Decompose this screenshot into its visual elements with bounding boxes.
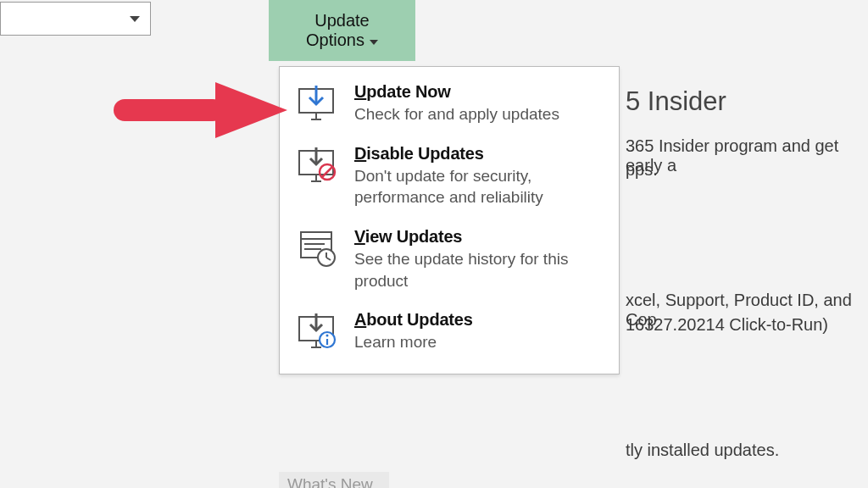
menu-item-about-updates[interactable]: About Updates Learn more [280, 303, 619, 365]
annotation-arrow [114, 82, 287, 138]
whats-new-button[interactable]: What's New [279, 472, 389, 488]
about-line-partial-b: 16327.20214 Click-to-Run) [626, 315, 828, 335]
download-disabled-icon [295, 144, 339, 186]
installed-updates-partial: tly installed updates. [626, 441, 779, 460]
insider-desc-partial-a: 365 Insider program and get early a [626, 136, 868, 175]
svg-marker-25 [215, 82, 287, 138]
menu-item-desc: Check for and apply updates [354, 103, 604, 125]
menu-item-title: Update Now [354, 82, 604, 102]
menu-item-desc: Learn more [354, 331, 604, 353]
chevron-down-icon [130, 16, 140, 22]
menu-item-title: About Updates [354, 310, 604, 330]
update-options-label-line1: Update [314, 11, 370, 30]
update-options-menu: Update Now Check for and apply updates D… [279, 66, 620, 374]
history-list-icon [295, 227, 339, 269]
chevron-down-icon [370, 40, 378, 45]
svg-rect-24 [114, 99, 224, 121]
menu-item-desc: See the update history for this product [354, 248, 604, 291]
whats-new-label: What's New [287, 475, 373, 488]
update-options-label-line2: Options [306, 30, 364, 50]
download-info-icon [295, 310, 339, 352]
menu-item-title: View Updates [354, 227, 604, 247]
update-options-button[interactable]: Update Options [269, 0, 415, 61]
menu-item-desc: Don't update for security, performance a… [354, 165, 604, 208]
menu-item-title: Disable Updates [354, 144, 604, 164]
svg-point-22 [326, 335, 329, 337]
menu-item-view-updates[interactable]: View Updates See the update history for … [280, 220, 619, 303]
insider-desc-partial-b: pps. [626, 160, 658, 180]
download-monitor-icon [295, 82, 339, 125]
menu-item-disable-updates[interactable]: Disable Updates Don't update for securit… [280, 137, 619, 220]
generic-dropdown[interactable] [0, 2, 151, 36]
menu-item-update-now[interactable]: Update Now Check for and apply updates [280, 75, 619, 137]
insider-heading-partial: 5 Insider [626, 86, 726, 117]
svg-line-9 [322, 167, 332, 177]
